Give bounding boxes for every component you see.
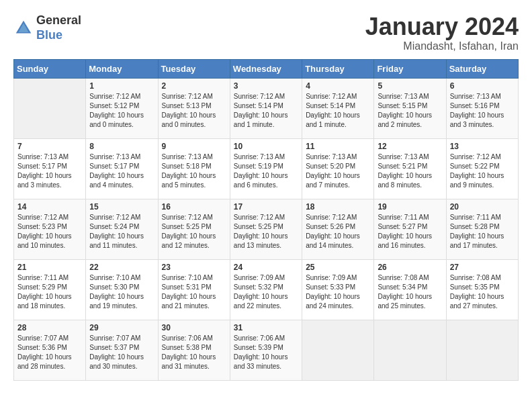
calendar-cell: 7Sunrise: 7:13 AM Sunset: 5:17 PM Daylig… <box>14 138 86 199</box>
calendar-body: 1Sunrise: 7:12 AM Sunset: 5:12 PM Daylig… <box>14 78 519 380</box>
header-wednesday: Wednesday <box>230 59 302 78</box>
day-number: 1 <box>89 81 154 91</box>
calendar-cell: 25Sunrise: 7:09 AM Sunset: 5:33 PM Dayli… <box>302 259 374 320</box>
day-number: 31 <box>234 323 298 332</box>
day-info: Sunrise: 7:12 AM Sunset: 5:14 PM Dayligh… <box>306 92 370 130</box>
header-saturday: Saturday <box>446 59 518 78</box>
day-number: 6 <box>450 81 515 91</box>
day-info: Sunrise: 7:12 AM Sunset: 5:25 PM Dayligh… <box>162 213 226 250</box>
day-number: 13 <box>450 142 515 151</box>
calendar-cell: 24Sunrise: 7:09 AM Sunset: 5:32 PM Dayli… <box>230 259 302 320</box>
day-info: Sunrise: 7:13 AM Sunset: 5:17 PM Dayligh… <box>17 152 82 190</box>
location-subtitle: Miandasht, Isfahan, Iran <box>365 40 519 52</box>
calendar-cell: 15Sunrise: 7:12 AM Sunset: 5:24 PM Dayli… <box>86 199 158 259</box>
day-info: Sunrise: 7:08 AM Sunset: 5:35 PM Dayligh… <box>450 273 515 311</box>
day-info: Sunrise: 7:13 AM Sunset: 5:16 PM Dayligh… <box>450 92 515 130</box>
day-number: 9 <box>162 142 226 151</box>
day-number: 17 <box>234 202 298 212</box>
calendar-cell <box>302 320 374 380</box>
week-row-3: 14Sunrise: 7:12 AM Sunset: 5:23 PM Dayli… <box>14 199 519 259</box>
day-number: 2 <box>162 81 226 91</box>
day-info: Sunrise: 7:13 AM Sunset: 5:18 PM Dayligh… <box>162 152 226 190</box>
calendar-cell: 3Sunrise: 7:12 AM Sunset: 5:14 PM Daylig… <box>230 78 302 138</box>
day-info: Sunrise: 7:12 AM Sunset: 5:26 PM Dayligh… <box>306 213 370 250</box>
calendar-cell: 1Sunrise: 7:12 AM Sunset: 5:12 PM Daylig… <box>86 78 158 138</box>
day-info: Sunrise: 7:06 AM Sunset: 5:39 PM Dayligh… <box>234 334 298 371</box>
calendar-cell: 18Sunrise: 7:12 AM Sunset: 5:26 PM Dayli… <box>302 199 374 259</box>
day-info: Sunrise: 7:11 AM Sunset: 5:28 PM Dayligh… <box>450 213 515 250</box>
calendar-cell: 16Sunrise: 7:12 AM Sunset: 5:25 PM Dayli… <box>158 199 230 259</box>
day-number: 15 <box>89 202 154 212</box>
day-info: Sunrise: 7:11 AM Sunset: 5:29 PM Dayligh… <box>17 273 82 311</box>
calendar-cell: 17Sunrise: 7:12 AM Sunset: 5:25 PM Dayli… <box>230 199 302 259</box>
week-row-2: 7Sunrise: 7:13 AM Sunset: 5:17 PM Daylig… <box>14 138 519 199</box>
calendar-cell <box>14 78 86 138</box>
calendar-cell: 22Sunrise: 7:10 AM Sunset: 5:30 PM Dayli… <box>86 259 158 320</box>
day-info: Sunrise: 7:11 AM Sunset: 5:27 PM Dayligh… <box>378 213 442 250</box>
calendar-cell: 9Sunrise: 7:13 AM Sunset: 5:18 PM Daylig… <box>158 138 230 199</box>
title-area: January 2024 Miandasht, Isfahan, Iran <box>365 13 519 52</box>
day-number: 30 <box>162 323 226 332</box>
week-row-4: 21Sunrise: 7:11 AM Sunset: 5:29 PM Dayli… <box>14 259 519 320</box>
day-number: 11 <box>306 142 370 151</box>
day-number: 27 <box>450 263 515 272</box>
calendar-cell: 12Sunrise: 7:13 AM Sunset: 5:21 PM Dayli… <box>374 138 446 199</box>
calendar-cell: 6Sunrise: 7:13 AM Sunset: 5:16 PM Daylig… <box>446 78 518 138</box>
calendar-cell: 2Sunrise: 7:12 AM Sunset: 5:13 PM Daylig… <box>158 78 230 138</box>
calendar-cell: 31Sunrise: 7:06 AM Sunset: 5:39 PM Dayli… <box>230 320 302 380</box>
day-info: Sunrise: 7:12 AM Sunset: 5:12 PM Dayligh… <box>89 92 154 130</box>
day-info: Sunrise: 7:10 AM Sunset: 5:31 PM Dayligh… <box>162 273 226 311</box>
calendar-cell: 8Sunrise: 7:13 AM Sunset: 5:17 PM Daylig… <box>86 138 158 199</box>
day-info: Sunrise: 7:13 AM Sunset: 5:15 PM Dayligh… <box>378 92 442 130</box>
day-info: Sunrise: 7:10 AM Sunset: 5:30 PM Dayligh… <box>89 273 154 311</box>
week-row-5: 28Sunrise: 7:07 AM Sunset: 5:36 PM Dayli… <box>14 320 519 380</box>
calendar-cell: 29Sunrise: 7:07 AM Sunset: 5:37 PM Dayli… <box>86 320 158 380</box>
day-info: Sunrise: 7:07 AM Sunset: 5:36 PM Dayligh… <box>17 334 82 371</box>
calendar-cell: 11Sunrise: 7:13 AM Sunset: 5:20 PM Dayli… <box>302 138 374 199</box>
calendar-cell: 10Sunrise: 7:13 AM Sunset: 5:19 PM Dayli… <box>230 138 302 199</box>
logo-icon <box>13 18 34 38</box>
day-number: 29 <box>89 323 154 332</box>
day-number: 5 <box>378 81 442 91</box>
week-row-1: 1Sunrise: 7:12 AM Sunset: 5:12 PM Daylig… <box>14 78 519 138</box>
day-info: Sunrise: 7:07 AM Sunset: 5:37 PM Dayligh… <box>89 334 154 371</box>
day-info: Sunrise: 7:12 AM Sunset: 5:25 PM Dayligh… <box>234 213 298 250</box>
day-number: 16 <box>162 202 226 212</box>
day-number: 21 <box>17 263 82 272</box>
day-info: Sunrise: 7:09 AM Sunset: 5:32 PM Dayligh… <box>234 273 298 311</box>
logo-general: General <box>36 13 81 28</box>
logo-blue: Blue <box>36 28 81 43</box>
page-header: General Blue January 2024 Miandasht, Isf… <box>13 13 519 52</box>
calendar-cell: 4Sunrise: 7:12 AM Sunset: 5:14 PM Daylig… <box>302 78 374 138</box>
calendar-header: SundayMondayTuesdayWednesdayThursdayFrid… <box>14 59 519 78</box>
day-number: 28 <box>17 323 82 332</box>
day-info: Sunrise: 7:12 AM Sunset: 5:24 PM Dayligh… <box>89 213 154 250</box>
month-title: January 2024 <box>365 13 519 40</box>
calendar-cell: 19Sunrise: 7:11 AM Sunset: 5:27 PM Dayli… <box>374 199 446 259</box>
day-number: 18 <box>306 202 370 212</box>
day-number: 23 <box>162 263 226 272</box>
calendar-table: SundayMondayTuesdayWednesdayThursdayFrid… <box>13 59 519 381</box>
day-number: 3 <box>234 81 298 91</box>
calendar-cell: 5Sunrise: 7:13 AM Sunset: 5:15 PM Daylig… <box>374 78 446 138</box>
header-row: SundayMondayTuesdayWednesdayThursdayFrid… <box>14 59 519 78</box>
header-friday: Friday <box>374 59 446 78</box>
day-info: Sunrise: 7:13 AM Sunset: 5:19 PM Dayligh… <box>234 152 298 190</box>
calendar-cell: 14Sunrise: 7:12 AM Sunset: 5:23 PM Dayli… <box>14 199 86 259</box>
day-info: Sunrise: 7:12 AM Sunset: 5:13 PM Dayligh… <box>162 92 226 130</box>
header-sunday: Sunday <box>14 59 86 78</box>
day-info: Sunrise: 7:09 AM Sunset: 5:33 PM Dayligh… <box>306 273 370 311</box>
header-thursday: Thursday <box>302 59 374 78</box>
day-number: 14 <box>17 202 82 212</box>
day-info: Sunrise: 7:12 AM Sunset: 5:14 PM Dayligh… <box>234 92 298 130</box>
day-info: Sunrise: 7:13 AM Sunset: 5:20 PM Dayligh… <box>306 152 370 190</box>
logo-text: General Blue <box>36 13 81 42</box>
day-number: 20 <box>450 202 515 212</box>
calendar-cell: 20Sunrise: 7:11 AM Sunset: 5:28 PM Dayli… <box>446 199 518 259</box>
calendar-cell: 21Sunrise: 7:11 AM Sunset: 5:29 PM Dayli… <box>14 259 86 320</box>
day-number: 26 <box>378 263 442 272</box>
day-number: 22 <box>89 263 154 272</box>
day-info: Sunrise: 7:13 AM Sunset: 5:17 PM Dayligh… <box>89 152 154 190</box>
calendar-cell <box>374 320 446 380</box>
calendar-cell: 30Sunrise: 7:06 AM Sunset: 5:38 PM Dayli… <box>158 320 230 380</box>
